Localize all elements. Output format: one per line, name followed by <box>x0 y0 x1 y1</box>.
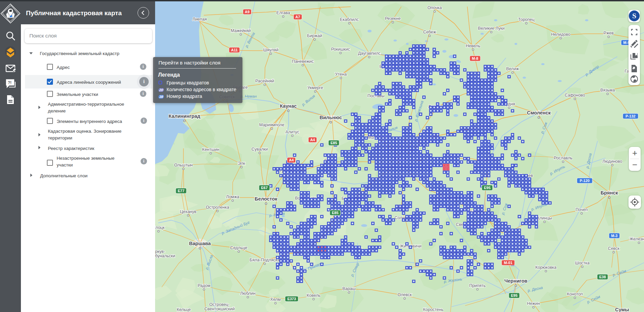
svg-text:Мариямполе: Мариямполе <box>259 123 285 127</box>
svg-text:Шостка: Шостка <box>575 261 589 265</box>
svg-text:Ольштын: Ольштын <box>174 163 193 167</box>
svg-text:Мажейкяй: Мажейкяй <box>231 28 251 33</box>
svg-text:Каунас: Каунас <box>280 103 297 109</box>
svg-text:Смоленск: Смоленск <box>527 110 551 115</box>
svg-text:Калининград: Калининград <box>169 113 200 119</box>
svg-text:Е77: Е77 <box>178 189 184 193</box>
svg-text:Олевск: Олевск <box>398 292 412 297</box>
svg-text:Невель: Невель <box>466 44 480 48</box>
svg-text:Лиепая: Лиепая <box>193 17 207 22</box>
svg-text:бунальски: бунальски <box>155 254 175 258</box>
svg-text:Е38: Е38 <box>599 275 606 279</box>
svg-text:Седльце: Седльце <box>230 245 247 250</box>
svg-text:Кентшин: Кентшин <box>202 147 219 152</box>
svg-text:Нелидово: Нелидово <box>551 32 570 37</box>
svg-text:Конотоп: Конотоп <box>567 292 583 296</box>
svg-text:Паневежис: Паневежис <box>292 59 314 64</box>
svg-text:Е95: Е95 <box>511 293 518 297</box>
svg-text:Клинцы: Клинцы <box>537 216 552 220</box>
svg-text:?!: ?! <box>8 80 11 85</box>
svg-text:Утена: Утена <box>335 72 347 77</box>
svg-text:М-8: М-8 <box>472 56 478 60</box>
svg-text:Радом: Радом <box>198 283 210 288</box>
svg-text:Шяуляй: Шяуляй <box>263 48 278 52</box>
svg-text:М-01: М-01 <box>504 261 512 265</box>
svg-text:Остроленка: Остроленка <box>206 205 229 210</box>
svg-text:Алитус: Алитус <box>286 130 299 134</box>
svg-text:Опочка: Опочка <box>428 5 442 10</box>
svg-text:Цеханув: Цеханув <box>180 209 197 214</box>
svg-text:Хелм: Хелм <box>270 297 281 302</box>
svg-text:Элк: Элк <box>238 161 245 166</box>
svg-text:Великие Луки: Великие Луки <box>478 26 504 31</box>
svg-text:Вильнюс: Вильнюс <box>320 115 342 120</box>
svg-text:Чернигов: Чернигов <box>504 278 527 284</box>
svg-text:Нежин: Нежин <box>527 301 540 306</box>
svg-text:А4: А4 <box>310 138 315 142</box>
svg-text:Кельце: Кельце <box>177 307 191 312</box>
svg-text:Ломжа: Ломжа <box>226 194 239 199</box>
svg-text:Себеж: Себеж <box>423 30 436 34</box>
svg-text:Ржев: Ржев <box>604 31 614 35</box>
svg-text:А11: А11 <box>231 48 238 52</box>
svg-text:Людиново: Людиново <box>603 159 622 164</box>
svg-text:Е67: Е67 <box>261 186 268 190</box>
svg-text:А4: А4 <box>289 158 294 162</box>
svg-text:Укмерге: Укмерге <box>308 85 323 90</box>
svg-text:М-3: М-3 <box>611 234 618 238</box>
svg-text:А9: А9 <box>245 10 250 14</box>
svg-text:Сафоново: Сафоново <box>565 93 585 98</box>
svg-text:р. Неман: р. Неман <box>240 94 257 98</box>
svg-text:Варшава: Варшава <box>189 241 211 246</box>
svg-text:Е95: Е95 <box>484 186 491 190</box>
svg-text:Вараш: Вараш <box>342 286 355 291</box>
svg-text:Елгава: Елгава <box>276 10 290 15</box>
svg-text:Даугавпилс: Даугавпилс <box>358 51 381 56</box>
svg-text:А7: А7 <box>295 15 300 19</box>
svg-text:Рославль: Рославль <box>554 156 572 160</box>
svg-text:Припять: Припять <box>469 283 486 288</box>
svg-text:Почеп: Почеп <box>576 207 588 212</box>
svg-text:Расейняй: Расейняй <box>255 79 274 83</box>
svg-text:Р-132: Р-132 <box>625 114 635 118</box>
svg-text:Е373: Е373 <box>287 297 296 301</box>
svg-text:Свентокшиский: Свентокшиский <box>204 307 235 311</box>
svg-text:Торопец: Торопец <box>518 17 534 22</box>
svg-text:Резекне: Резекне <box>385 16 401 21</box>
svg-text:Брянск: Брянск <box>601 190 618 196</box>
svg-text:Корюковка: Корюковка <box>535 265 557 270</box>
svg-text:Е85: Е85 <box>332 211 339 215</box>
svg-text:Велиж: Велиж <box>506 67 519 71</box>
svg-text:Е85: Е85 <box>330 141 337 145</box>
svg-text:Биржай: Биржай <box>307 33 322 38</box>
svg-text:Сувалки: Сувалки <box>252 147 268 152</box>
svg-text:Люблин: Люблин <box>240 291 255 296</box>
svg-text:Коростень: Коростень <box>423 307 443 312</box>
svg-text:Рокишкис: Рокишкис <box>331 47 350 52</box>
svg-text:Железног: Железног <box>630 237 644 241</box>
svg-text:Екабпилс: Екабпилс <box>340 17 359 22</box>
svg-text:Белосток: Белосток <box>255 196 277 202</box>
svg-text:Севск: Севск <box>608 246 620 251</box>
svg-text:Вязьма: Вязьма <box>601 88 615 93</box>
svg-text:Островец-: Островец- <box>209 302 230 307</box>
svg-text:Ковель: Ковель <box>306 293 320 298</box>
svg-text:ркув-: ркув- <box>155 249 165 254</box>
svg-text:Бяла-Подляска: Бяла-Подляска <box>250 258 280 262</box>
svg-text:Сумы: Сумы <box>615 307 629 312</box>
svg-text:Р-120: Р-120 <box>580 179 589 183</box>
